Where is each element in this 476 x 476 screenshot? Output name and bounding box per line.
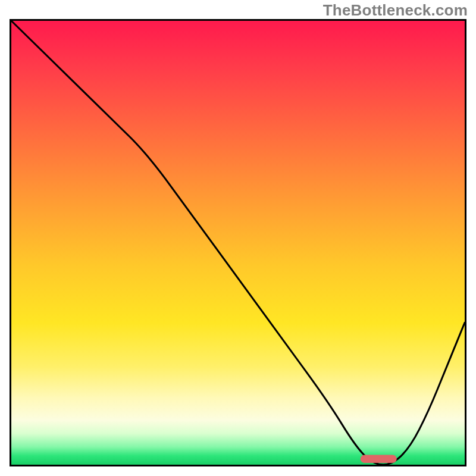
chart-frame: TheBottleneck.com xyxy=(0,0,476,476)
watermark-text: TheBottleneck.com xyxy=(323,1,468,20)
plot-overlay-svg xyxy=(11,21,465,465)
plot-area xyxy=(10,19,466,466)
optimal-range-marker xyxy=(361,455,397,463)
bottleneck-curve-line xyxy=(11,21,465,465)
